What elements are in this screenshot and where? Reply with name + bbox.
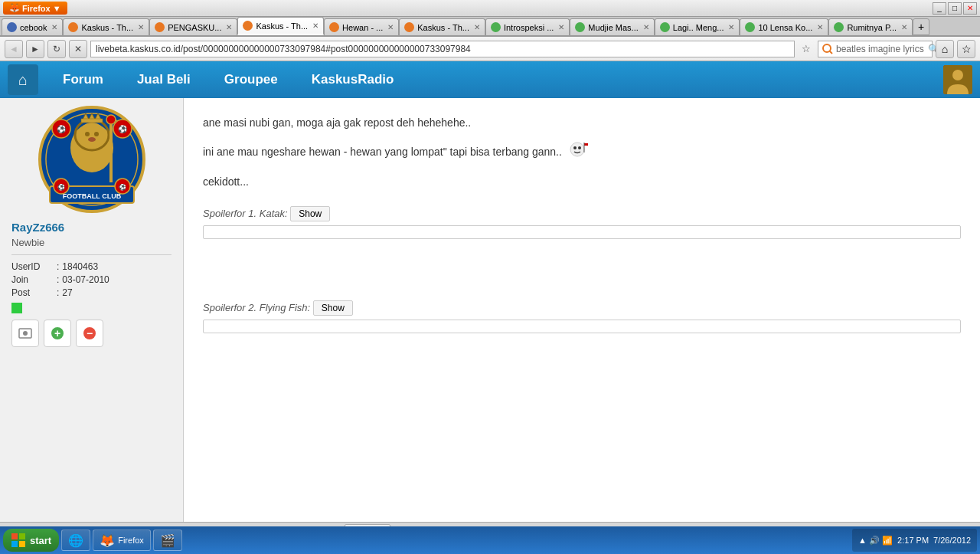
- tab-favicon: [243, 21, 253, 31]
- emoji-face: [570, 142, 588, 163]
- tab-close-icon[interactable]: ✕: [387, 23, 394, 31]
- minimize-button[interactable]: _: [933, 2, 946, 15]
- spoiler-2-show-button[interactable]: Show: [313, 300, 353, 316]
- reload-button[interactable]: ↻: [47, 40, 66, 58]
- join-label: Join: [11, 274, 54, 285]
- spoiler-2: Spoilerfor 2. Flying Fish: Show: [203, 300, 961, 333]
- userid-value: 1840463: [62, 261, 98, 272]
- nav-jualbeli[interactable]: Jual Beli: [128, 66, 200, 93]
- tab-facebook[interactable]: cebook ✕: [2, 18, 63, 35]
- svg-rect-40: [11, 541, 18, 547]
- home-button[interactable]: ⌂: [936, 40, 954, 58]
- new-tab-button[interactable]: +: [913, 18, 929, 35]
- kaskus-navbar: ⌂ Forum Jual Beli Groupee KaskusRadio: [0, 61, 980, 98]
- svg-text:⚽: ⚽: [57, 124, 67, 134]
- spoiler-1: Spoilerfor 1. Katak: Show: [203, 206, 961, 239]
- username[interactable]: RayZz666: [11, 221, 172, 234]
- kaskus-home-button[interactable]: ⌂: [8, 64, 38, 95]
- firefox-taskbar-icon: 🦊: [100, 533, 115, 548]
- search-input[interactable]: [836, 44, 928, 54]
- post-text: ane masi nubi gan, moga aja gak repost d…: [203, 113, 961, 192]
- taskbar-ie-button[interactable]: 🌐: [61, 529, 90, 551]
- spoiler-keyword-1: Spoiler: [203, 208, 234, 219]
- spoiler-1-bar: [203, 225, 961, 239]
- address-icons: ☆: [798, 41, 815, 57]
- action-buttons: + −: [11, 320, 172, 347]
- spoiler-2-label: Spoilerfor 2. Flying Fish: Show: [203, 300, 961, 316]
- address-bar: ◄ ► ↻ ✕ ☆ 🔍 ⌂ ☆: [0, 37, 980, 61]
- sidebar: ⚽ ⚽ FOOTBALL: [0, 98, 184, 534]
- svg-point-14: [94, 132, 99, 136]
- plus-rep-button[interactable]: +: [44, 320, 71, 347]
- title-bar-left: 🦊 Firefox ▼: [3, 2, 67, 15]
- tab-lagi[interactable]: Lagi.. Meng... ✕: [655, 18, 740, 35]
- maximize-button[interactable]: □: [948, 2, 962, 15]
- tab-favicon: [155, 22, 165, 32]
- post-text-line1: ane masi nubi gan, moga aja gak repost d…: [203, 116, 471, 129]
- post-row: Post : 27: [11, 287, 172, 298]
- tab-favicon: [7, 22, 17, 32]
- start-label: start: [30, 535, 51, 546]
- tab-close-icon[interactable]: ✕: [51, 23, 57, 31]
- post-text-line2: ini ane mau ngeshare hewan - hewan yang …: [203, 146, 562, 158]
- post-line-2: ini ane mau ngeshare hewan - hewan yang …: [203, 142, 961, 163]
- tab-close-icon[interactable]: ✕: [558, 23, 564, 31]
- dropdown-arrow: ▼: [53, 4, 61, 13]
- post-label: Post: [11, 287, 54, 298]
- taskbar: start 🌐 🦊 Firefox 🎬 ▲ 🔊 📶 2:17 PM 7/26/2…: [0, 526, 980, 554]
- tab-close-icon[interactable]: ✕: [817, 23, 823, 31]
- firefox-label: Firefox: [22, 4, 51, 13]
- spoiler-1-show-button[interactable]: Show: [290, 206, 330, 221]
- taskbar-media-button[interactable]: 🎬: [153, 529, 182, 551]
- tab-label: Rumitnya P...: [847, 23, 897, 32]
- nav-forum[interactable]: Forum: [54, 66, 113, 93]
- svg-text:FOOTBALL CLUB: FOOTBALL CLUB: [62, 192, 121, 200]
- tab-pengasku[interactable]: PENGASKU... ✕: [149, 18, 237, 35]
- tab-close-icon[interactable]: ✕: [728, 23, 734, 31]
- main-content: ⚽ ⚽ FOOTBALL: [0, 98, 980, 534]
- nav-kaskusradio[interactable]: KaskusRadio: [302, 66, 403, 93]
- address-input[interactable]: [90, 41, 795, 57]
- tab-kaskus-active[interactable]: Kaskus - Th... ✕: [237, 17, 324, 35]
- tab-close-icon[interactable]: ✕: [226, 23, 232, 31]
- title-bar: 🦊 Firefox ▼ _ □ ✕: [0, 0, 980, 17]
- start-button[interactable]: start: [3, 529, 59, 552]
- spoiler1-for: for: [234, 208, 245, 219]
- stop-button[interactable]: ✕: [69, 40, 87, 58]
- taskbar-firefox-label: Firefox: [118, 536, 144, 545]
- post-sep: :: [57, 287, 59, 298]
- user-avatar[interactable]: [943, 65, 972, 94]
- star-bookmark-icon[interactable]: ☆: [798, 41, 815, 57]
- nav-groupee[interactable]: Groupee: [215, 66, 287, 93]
- tab-rumitnya[interactable]: Rumitnya P... ✕: [828, 18, 913, 35]
- search-engine-icon: [822, 43, 834, 55]
- tab-close-icon[interactable]: ✕: [474, 23, 480, 31]
- post-line-1: ane masi nubi gan, moga aja gak repost d…: [203, 113, 961, 133]
- message-button[interactable]: [11, 320, 39, 347]
- reputation-indicator: [11, 303, 22, 313]
- tab-mudjie[interactable]: Mudjie Mas... ✕: [570, 18, 654, 35]
- tab-hewan[interactable]: Hewan - ... ✕: [324, 18, 399, 35]
- tab-label: Lagi.. Meng...: [673, 23, 724, 32]
- tab-introspeksi[interactable]: Introspeksi ... ✕: [485, 18, 570, 35]
- user-rank: Newbie: [11, 237, 172, 248]
- tab-label: Introspeksi ...: [504, 23, 554, 32]
- taskbar-firefox-button[interactable]: 🦊 Firefox: [93, 529, 151, 551]
- svg-text:⚽: ⚽: [57, 183, 65, 191]
- tab-10lensa[interactable]: 10 Lensa Ko... ✕: [740, 18, 828, 35]
- bookmark-button[interactable]: ☆: [957, 40, 975, 58]
- back-button[interactable]: ◄: [5, 40, 23, 58]
- firefox-menu-button[interactable]: 🦊 Firefox ▼: [3, 2, 67, 15]
- tab-close-icon[interactable]: ✕: [138, 23, 144, 31]
- close-button[interactable]: ✕: [963, 2, 977, 15]
- spoiler2-name: Flying Fish: [260, 302, 308, 313]
- tab-favicon: [68, 22, 78, 32]
- tab-close-icon[interactable]: ✕: [643, 23, 649, 31]
- tab-favicon: [404, 22, 414, 32]
- minus-rep-button[interactable]: −: [76, 320, 103, 347]
- forward-button[interactable]: ►: [26, 40, 44, 58]
- tab-kaskus2[interactable]: Kaskus - Th... ✕: [399, 18, 485, 35]
- tab-close-icon[interactable]: ✕: [312, 21, 318, 30]
- tab-close-icon[interactable]: ✕: [901, 23, 907, 31]
- tab-kaskus1[interactable]: Kaskus - Th... ✕: [63, 18, 149, 35]
